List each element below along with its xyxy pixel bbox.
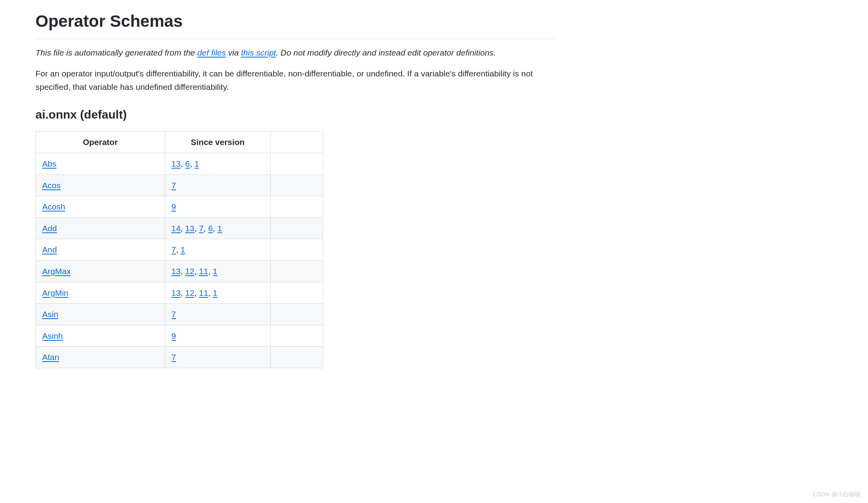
versions-cell: 13, 12, 11, 1 <box>165 282 271 304</box>
version-link[interactable]: 7 <box>171 353 176 362</box>
versions-cell: 9 <box>165 325 271 347</box>
version-link[interactable]: 9 <box>171 331 176 340</box>
operator-cell: Acos <box>36 174 165 196</box>
versions-cell: 14, 13, 7, 6, 1 <box>165 217 271 239</box>
version-link[interactable]: 11 <box>199 267 208 276</box>
document-page: Operator Schemas This file is automatica… <box>0 0 591 384</box>
version-link[interactable]: 6 <box>185 159 190 168</box>
def-files-link[interactable]: def files <box>197 48 226 57</box>
operator-link[interactable]: And <box>42 245 57 254</box>
this-script-link[interactable]: this script <box>241 48 276 57</box>
intro-paragraph: This file is automatically generated fro… <box>35 46 556 59</box>
table-row: ArgMax13, 12, 11, 1 <box>36 261 323 282</box>
version-link[interactable]: 12 <box>185 267 194 276</box>
operator-cell: And <box>36 239 165 261</box>
empty-cell <box>271 239 323 261</box>
operator-link[interactable]: Atan <box>42 353 59 362</box>
operator-cell: Asin <box>36 304 165 325</box>
version-link[interactable]: 13 <box>171 159 180 168</box>
table-row: ArgMin13, 12, 11, 1 <box>36 282 323 304</box>
empty-cell <box>271 174 323 196</box>
table-row: Add14, 13, 7, 6, 1 <box>36 217 323 239</box>
empty-cell <box>271 196 323 218</box>
empty-cell <box>271 304 323 325</box>
version-link[interactable]: 7 <box>171 181 176 190</box>
intro-suffix: . Do not modify directly and instead edi… <box>276 48 496 57</box>
page-title: Operator Schemas <box>35 8 556 39</box>
operator-cell: Abs <box>36 153 165 175</box>
empty-cell <box>271 325 323 347</box>
table-row: Abs13, 6, 1 <box>36 153 323 175</box>
empty-cell <box>271 347 323 368</box>
col-since-version: Since version <box>165 132 271 153</box>
version-link[interactable]: 11 <box>199 288 208 297</box>
table-row: Asinh9 <box>36 325 323 347</box>
version-link[interactable]: 6 <box>208 224 213 233</box>
version-link[interactable]: 1 <box>213 267 217 276</box>
table-row: Atan7 <box>36 347 323 368</box>
table-row: Asin7 <box>36 304 323 325</box>
version-link[interactable]: 7 <box>171 245 176 254</box>
operator-cell: Atan <box>36 347 165 368</box>
operator-link[interactable]: Acos <box>42 181 61 190</box>
col-operator: Operator <box>36 132 165 153</box>
version-link[interactable]: 14 <box>171 224 180 233</box>
operator-link[interactable]: ArgMin <box>42 288 69 297</box>
description-paragraph: For an operator input/output's different… <box>35 67 556 93</box>
version-link[interactable]: 1 <box>194 159 199 168</box>
version-link[interactable]: 9 <box>171 202 176 211</box>
table-row: And7, 1 <box>36 239 323 261</box>
operator-cell: Asinh <box>36 325 165 347</box>
operators-table: Operator Since version Abs13, 6, 1Acos7A… <box>35 131 323 368</box>
versions-cell: 9 <box>165 196 271 218</box>
empty-cell <box>271 153 323 175</box>
version-link[interactable]: 1 <box>213 288 217 297</box>
table-row: Acosh9 <box>36 196 323 218</box>
operator-link[interactable]: Add <box>42 224 57 233</box>
operator-cell: Acosh <box>36 196 165 218</box>
version-link[interactable]: 13 <box>185 224 194 233</box>
operator-cell: ArgMax <box>36 261 165 282</box>
version-link[interactable]: 12 <box>185 288 194 297</box>
version-link[interactable]: 13 <box>171 267 180 276</box>
versions-cell: 7 <box>165 304 271 325</box>
col-empty <box>271 132 323 153</box>
versions-cell: 7, 1 <box>165 239 271 261</box>
version-link[interactable]: 1 <box>217 224 222 233</box>
versions-cell: 13, 6, 1 <box>165 153 271 175</box>
operator-link[interactable]: Asin <box>42 310 58 319</box>
operator-link[interactable]: Acosh <box>42 202 65 211</box>
version-link[interactable]: 7 <box>199 224 204 233</box>
operators-tbody: Abs13, 6, 1Acos7Acosh9Add14, 13, 7, 6, 1… <box>36 153 323 368</box>
operator-cell: ArgMin <box>36 282 165 304</box>
empty-cell <box>271 217 323 239</box>
operator-link[interactable]: Asinh <box>42 331 63 340</box>
operator-cell: Add <box>36 217 165 239</box>
version-link[interactable]: 13 <box>171 288 180 297</box>
table-header-row: Operator Since version <box>36 132 323 153</box>
version-link[interactable]: 1 <box>180 245 185 254</box>
empty-cell <box>271 261 323 282</box>
versions-cell: 13, 12, 11, 1 <box>165 261 271 282</box>
version-link[interactable]: 7 <box>171 310 176 319</box>
empty-cell <box>271 282 323 304</box>
versions-cell: 7 <box>165 347 271 368</box>
intro-middle: via <box>226 48 241 57</box>
section-heading: ai.onnx (default) <box>35 105 556 124</box>
versions-cell: 7 <box>165 174 271 196</box>
operator-link[interactable]: ArgMax <box>42 267 71 276</box>
table-row: Acos7 <box>36 174 323 196</box>
intro-prefix: This file is automatically generated fro… <box>35 48 197 57</box>
operator-link[interactable]: Abs <box>42 159 56 168</box>
